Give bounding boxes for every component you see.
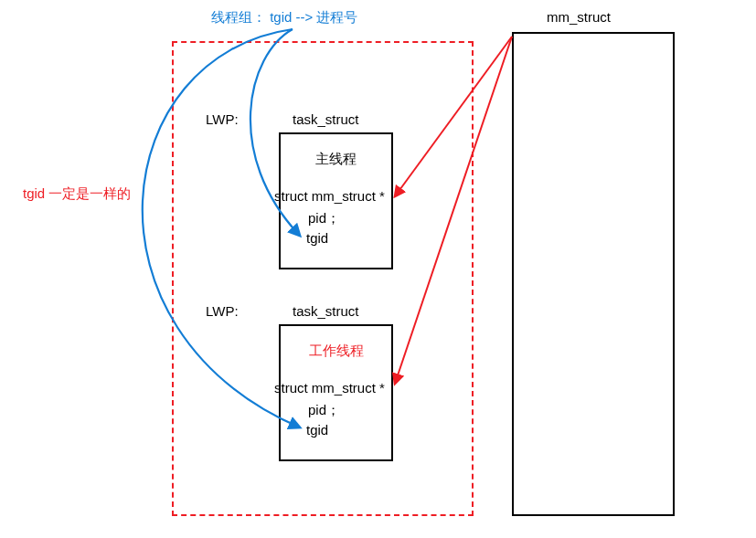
task1-tgid-field: tgid: [306, 230, 328, 246]
thread-group-label: 线程组：: [211, 9, 266, 25]
task2-pid-field: pid；: [308, 402, 340, 419]
mm-struct-box: [512, 32, 675, 516]
task1-role: 主线程: [315, 151, 357, 166]
process-id-label: 进程号: [316, 9, 357, 25]
task2-title: task_struct: [293, 303, 359, 319]
mm-struct-title: mm_struct: [547, 9, 611, 25]
task2-mm-field: struct mm_struct *: [274, 380, 385, 396]
task1-title: task_struct: [293, 111, 359, 127]
task1-mm-field: struct mm_struct *: [274, 188, 385, 204]
lwp-label-1: LWP:: [206, 111, 239, 127]
task2-tgid-field: tgid: [306, 422, 328, 438]
arrow-text: -->: [296, 9, 314, 25]
tgid-top-label: tgid: [270, 9, 292, 25]
task2-role: 工作线程: [309, 343, 364, 358]
tgid-same-note: tgid 一定是一样的: [23, 185, 131, 203]
lwp-label-2: LWP:: [206, 303, 239, 319]
task1-pid-field: pid；: [308, 210, 340, 227]
